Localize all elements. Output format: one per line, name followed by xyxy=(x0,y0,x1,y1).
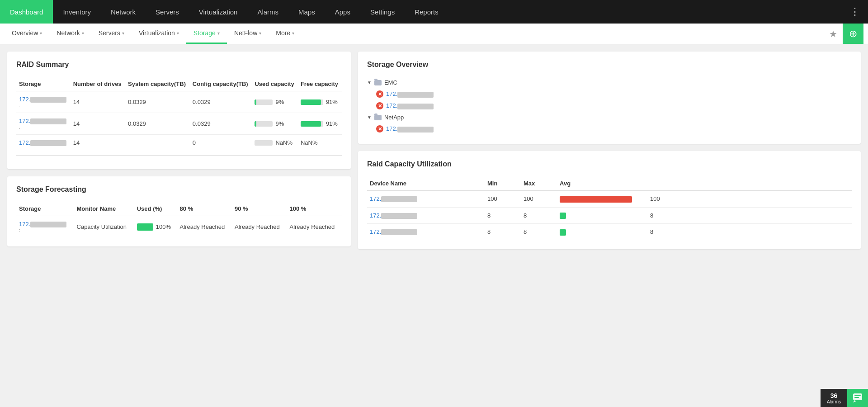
alarms-count: 36 xyxy=(830,392,838,399)
nav-maps[interactable]: Maps xyxy=(288,0,325,24)
storage-overview-title: Storage Overview xyxy=(367,61,852,69)
storage-forecasting-card: Storage Forecasting Storage Monitor Name… xyxy=(7,176,351,246)
storage-cell[interactable]: 172. xyxy=(16,135,71,151)
nav-reports[interactable]: Reports xyxy=(405,0,448,24)
subnav-netflow[interactable]: NetFlow ▾ xyxy=(227,24,269,44)
right-panel: Storage Overview ▼ EMC ✕ 172. ✕ 172. ▼ xyxy=(358,52,861,249)
chevron-down-icon: ▾ xyxy=(292,31,294,36)
triangle-down-icon: ▼ xyxy=(367,80,372,85)
emc-child-2[interactable]: ✕ 172. xyxy=(376,100,852,112)
cap-col-avg: Avg xyxy=(557,176,647,191)
raid-summary-title: RAID Summary xyxy=(16,61,342,69)
chevron-down-icon: ▾ xyxy=(122,31,124,36)
nav-inventory[interactable]: Inventory xyxy=(53,0,101,24)
folder-icon xyxy=(374,115,382,120)
emc-children: ✕ 172. ✕ 172. xyxy=(367,88,852,112)
top-nav: Dashboard Inventory Network Servers Virt… xyxy=(0,0,868,24)
forecast-col-80: 80 % xyxy=(177,202,232,216)
storage-cell[interactable]: 172. . xyxy=(16,91,71,113)
tree-group-netapp[interactable]: ▼ NetApp xyxy=(367,112,852,123)
raid-capacity-table: Device Name Min Max Avg 172. 100 100 xyxy=(367,176,852,240)
triangle-down-icon: ▼ xyxy=(367,115,372,120)
favorite-star-icon[interactable]: ★ xyxy=(824,24,843,44)
error-icon: ✕ xyxy=(376,90,383,98)
emc-child-1[interactable]: ✕ 172. xyxy=(376,88,852,100)
forecast-col-used: Used (%) xyxy=(134,202,177,216)
raid-capacity-card: Raid Capacity Utilization Device Name Mi… xyxy=(358,151,861,249)
cap-col-max: Max xyxy=(521,176,557,191)
cap-col-avg-val xyxy=(647,176,852,191)
netapp-child-1[interactable]: ✕ 172. xyxy=(376,123,852,135)
nav-alarms[interactable]: Alarms xyxy=(247,0,288,24)
table-row: 172. 8 8 8 xyxy=(367,224,852,240)
svg-rect-3 xyxy=(854,397,859,398)
folder-icon xyxy=(374,80,382,85)
subnav-storage[interactable]: Storage ▾ xyxy=(186,24,227,44)
add-view-button[interactable]: ⊕ xyxy=(843,24,863,44)
raid-summary-card: RAID Summary Storage Number of drives Sy… xyxy=(7,52,351,169)
subnav-network[interactable]: Network ▾ xyxy=(49,24,91,44)
error-icon: ✕ xyxy=(376,102,383,109)
main-content: RAID Summary Storage Number of drives Sy… xyxy=(0,44,868,256)
col-drives: Number of drives xyxy=(71,77,125,91)
svg-rect-2 xyxy=(854,395,861,396)
chevron-down-icon: ▾ xyxy=(177,31,179,36)
nav-network[interactable]: Network xyxy=(101,0,146,24)
chevron-down-icon: ▾ xyxy=(217,31,220,36)
table-row: 172. 8 8 8 xyxy=(367,207,852,224)
cap-col-device: Device Name xyxy=(367,176,485,191)
storage-forecasting-title: Storage Forecasting xyxy=(16,185,342,194)
col-system-capacity: System capacity(TB) xyxy=(125,77,190,91)
forecast-col-monitor: Monitor Name xyxy=(74,202,134,216)
table-row: 172. 14 0 NaN% Na xyxy=(16,135,342,151)
nav-apps[interactable]: Apps xyxy=(325,0,360,24)
forecast-storage-cell[interactable]: 172. : xyxy=(16,216,74,238)
nav-more-dots[interactable]: ⋮ xyxy=(842,0,868,24)
table-row: 172. 100 100 100 xyxy=(367,191,852,208)
chat-button[interactable] xyxy=(847,389,868,407)
storage-forecasting-table: Storage Monitor Name Used (%) 80 % 90 % … xyxy=(16,202,342,237)
col-free-capacity: Free capacity xyxy=(298,77,342,91)
col-used-capacity: Used capacity xyxy=(252,77,297,91)
storage-cell[interactable]: 172. .. xyxy=(16,113,71,135)
capacity-bar-green xyxy=(560,213,566,219)
nav-dashboard[interactable]: Dashboard xyxy=(0,0,53,24)
raid-capacity-title: Raid Capacity Utilization xyxy=(367,160,852,168)
capacity-bar-green xyxy=(560,229,566,236)
forecast-col-90: 90 % xyxy=(232,202,287,216)
table-row: 172. .. 14 0.0329 0.0329 9% xyxy=(16,113,342,135)
tree-group-emc[interactable]: ▼ EMC xyxy=(367,77,852,88)
table-row: 172. . 14 0.0329 0.0329 9% xyxy=(16,91,342,113)
alarms-badge[interactable]: 36 Alarms xyxy=(821,389,847,407)
error-icon: ✕ xyxy=(376,125,383,133)
forecast-col-storage: Storage xyxy=(16,202,74,216)
chevron-down-icon: ▾ xyxy=(40,31,42,36)
subnav-overview[interactable]: Overview ▾ xyxy=(5,24,49,44)
chevron-down-icon: ▾ xyxy=(259,31,261,36)
netapp-children: ✕ 172. xyxy=(367,123,852,135)
nav-servers[interactable]: Servers xyxy=(146,0,189,24)
subnav-virtualization[interactable]: Virtualization ▾ xyxy=(132,24,186,44)
svg-rect-0 xyxy=(853,393,862,400)
alarms-label: Alarms xyxy=(827,399,841,404)
subnav-more[interactable]: More ▾ xyxy=(269,24,302,44)
table-row: 172. : Capacity Utilization 100% Already… xyxy=(16,216,342,238)
col-storage: Storage xyxy=(16,77,71,91)
raid-summary-table: Storage Number of drives System capacity… xyxy=(16,77,342,151)
col-config-capacity: Config capacity(TB) xyxy=(190,77,252,91)
storage-overview-card: Storage Overview ▼ EMC ✕ 172. ✕ 172. ▼ xyxy=(358,52,861,144)
capacity-bar-red xyxy=(560,196,632,203)
nav-virtualization[interactable]: Virtualization xyxy=(189,0,248,24)
chevron-down-icon: ▾ xyxy=(82,31,84,36)
subnav-servers[interactable]: Servers ▾ xyxy=(91,24,132,44)
left-panel: RAID Summary Storage Number of drives Sy… xyxy=(7,52,351,249)
svg-marker-1 xyxy=(853,400,856,402)
forecast-col-100: 100 % xyxy=(287,202,342,216)
sub-nav: Overview ▾ Network ▾ Servers ▾ Virtualiz… xyxy=(0,24,868,44)
nav-settings[interactable]: Settings xyxy=(360,0,405,24)
cap-col-min: Min xyxy=(485,176,521,191)
bottom-bar: 36 Alarms xyxy=(821,389,868,407)
